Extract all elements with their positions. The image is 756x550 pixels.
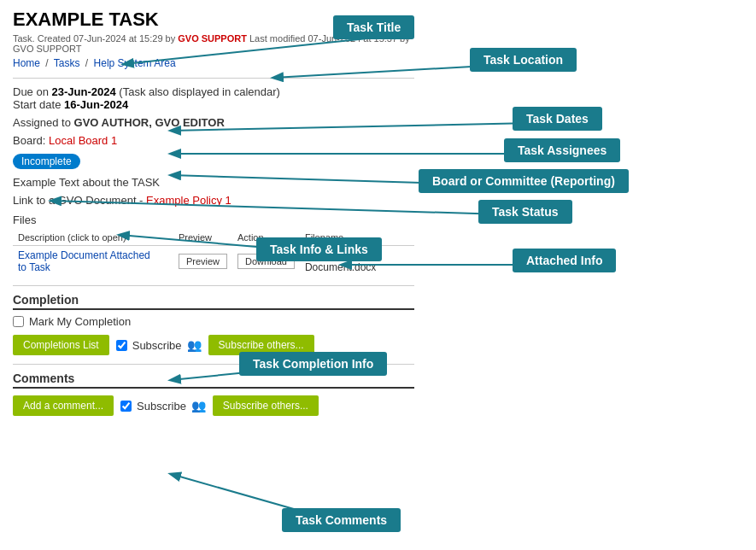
completion-section: Completion Mark My Completion Completion… <box>13 293 414 355</box>
board-line: Board: Local Board 1 <box>13 134 414 147</box>
comments-subscribe-label: Subscribe <box>137 400 186 412</box>
breadcrumb-help-system[interactable]: Help System Area <box>94 57 176 69</box>
task-assignees: Assigned to GVO AUTHOR, GVO EDITOR <box>13 116 414 129</box>
board-link[interactable]: Local Board 1 <box>49 134 117 147</box>
callout-task-completion-info: Task Completion Info <box>239 352 387 376</box>
comments-subscribe-checkbox[interactable] <box>120 401 132 412</box>
completions-list-button[interactable]: Completions List <box>13 335 109 355</box>
task-created-by: GVO SUPPORT <box>178 33 247 44</box>
mark-completion-checkbox[interactable] <box>13 316 24 327</box>
subscribe-checkbox[interactable] <box>116 340 127 351</box>
files-label: Files <box>13 214 414 226</box>
preview-button[interactable]: Preview <box>179 254 227 269</box>
mark-completion-label: Mark My Completion <box>29 315 131 328</box>
divider-2 <box>13 285 414 286</box>
file-description[interactable]: Example Document Attached to Task <box>13 246 163 278</box>
callout-task-comments: Task Comments <box>282 508 401 532</box>
callout-task-location: Task Location <box>470 48 577 72</box>
comments-subscribe-row: Subscribe 👥 <box>120 399 206 412</box>
task-description: Example Text about the TASK <box>13 176 414 189</box>
comments-section: Comments Add a comment... Subscribe 👥 Su… <box>13 372 414 416</box>
board-label: Board: <box>13 134 45 147</box>
subscribe-label: Subscribe <box>132 339 182 352</box>
file-spacer <box>163 246 173 278</box>
task-meta-prefix: Task. Created 07-Jun-2024 at 15:29 by <box>13 33 175 44</box>
comments-people-icon: 👥 <box>191 399 206 412</box>
col-preview: Preview <box>173 230 232 246</box>
mark-completion-row: Mark My Completion <box>13 315 414 328</box>
divider-1 <box>13 78 414 79</box>
completion-title: Completion <box>13 293 414 310</box>
comments-actions: Add a comment... Subscribe 👥 Subscribe o… <box>13 395 414 416</box>
callout-board-committee: Board or Committee (Reporting) <box>419 169 629 193</box>
breadcrumb: Home / Tasks / Help System Area <box>13 57 414 69</box>
callout-task-info-links: Task Info & Links <box>256 237 382 261</box>
people-icon: 👥 <box>187 338 202 352</box>
subscribe-row: Subscribe 👥 <box>116 338 202 352</box>
comments-subscribe-others-button[interactable]: Subscribe others... <box>213 395 319 416</box>
start-date: 16-Jun-2024 <box>64 98 128 111</box>
callout-attached-info: Attached Info <box>513 249 616 272</box>
task-link: Link to a GVO Document - Example Policy … <box>13 194 414 207</box>
add-comment-button[interactable]: Add a comment... <box>13 395 114 416</box>
callout-task-assignees: Task Assignees <box>504 138 620 162</box>
callout-task-status: Task Status <box>478 200 572 224</box>
assigned-label: Assigned to <box>13 116 71 129</box>
due-label: Due on <box>13 85 49 98</box>
status-badge: Incomplete <box>13 154 80 169</box>
policy-link[interactable]: Example Policy 1 <box>146 194 231 207</box>
breadcrumb-tasks[interactable]: Tasks <box>54 57 80 69</box>
due-date: 23-Jun-2024 <box>52 85 116 98</box>
task-dates: Due on 23-Jun-2024 (Task also displayed … <box>13 85 414 111</box>
file-preview-cell: Preview <box>173 246 232 278</box>
callout-task-dates: Task Dates <box>513 107 602 131</box>
start-label: Start date <box>13 98 61 111</box>
assigned-to: GVO AUTHOR, GVO EDITOR <box>74 116 225 129</box>
link-label: Link to a GVO Document - <box>13 194 143 207</box>
calendar-note: (Task also displayed in calendar) <box>119 85 280 98</box>
col-num <box>163 230 173 246</box>
callout-task-title: Task Title <box>333 15 414 39</box>
breadcrumb-home[interactable]: Home <box>13 57 40 69</box>
col-description: Description (click to open) <box>13 230 163 246</box>
